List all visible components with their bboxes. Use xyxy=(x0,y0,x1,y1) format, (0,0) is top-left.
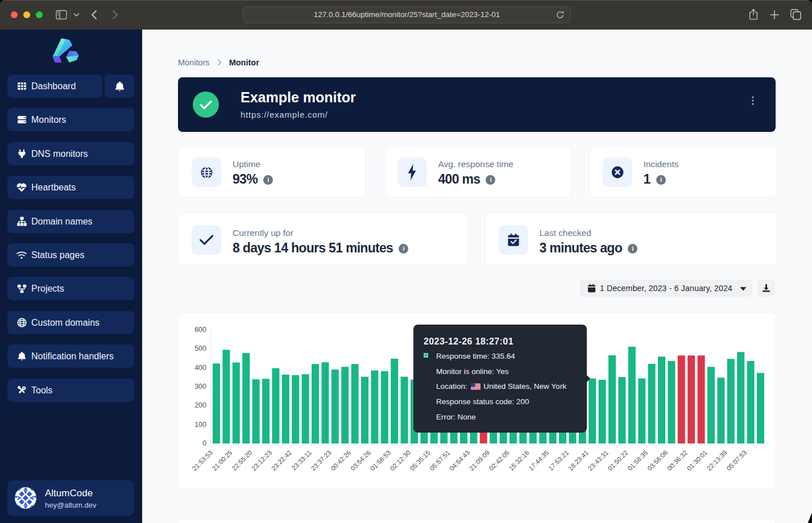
svg-text:200: 200 xyxy=(194,401,206,409)
svg-text:22:55:20: 22:55:20 xyxy=(230,449,253,472)
svg-text:05:07:53: 05:07:53 xyxy=(725,449,748,472)
svg-text:01:30:01: 01:30:01 xyxy=(686,449,709,472)
svg-text:100: 100 xyxy=(194,421,206,429)
svg-text:00:36:32: 00:36:32 xyxy=(666,449,689,472)
svg-text:23:37:23: 23:37:23 xyxy=(310,449,333,472)
svg-text:01:56:53: 01:56:53 xyxy=(369,449,392,472)
svg-text:05:57:51: 05:57:51 xyxy=(428,449,451,472)
svg-text:02:12:30: 02:12:30 xyxy=(389,449,412,472)
svg-text:21:53:53: 21:53:53 xyxy=(191,449,214,472)
svg-text:23:22:42: 23:22:42 xyxy=(270,449,293,472)
svg-text:05:35:15: 05:35:15 xyxy=(409,449,432,472)
svg-text:18:23:41: 18:23:41 xyxy=(567,449,590,472)
svg-text:23:12:23: 23:12:23 xyxy=(250,449,273,472)
svg-text:04:54:43: 04:54:43 xyxy=(448,449,471,472)
svg-text:600: 600 xyxy=(194,326,206,334)
svg-text:21:09:09: 21:09:09 xyxy=(468,449,491,472)
svg-text:01:58:35: 01:58:35 xyxy=(626,449,649,472)
svg-text:500: 500 xyxy=(194,344,206,352)
svg-text:400: 400 xyxy=(194,364,206,372)
svg-text:02:42:05: 02:42:05 xyxy=(488,449,511,472)
svg-text:03:58:08: 03:58:08 xyxy=(646,449,669,472)
svg-text:300: 300 xyxy=(194,383,206,391)
svg-text:17:44:35: 17:44:35 xyxy=(527,449,550,472)
svg-text:23:43:31: 23:43:31 xyxy=(587,449,610,472)
svg-text:22:13:39: 22:13:39 xyxy=(706,449,728,472)
svg-text:03:54:26: 03:54:26 xyxy=(349,449,372,472)
svg-text:15:32:16: 15:32:16 xyxy=(508,449,531,472)
svg-text:0: 0 xyxy=(202,439,206,447)
svg-text:23:33:11: 23:33:11 xyxy=(290,449,313,472)
svg-text:17:53:21: 17:53:21 xyxy=(547,449,570,472)
svg-text:01:50:22: 01:50:22 xyxy=(607,449,629,472)
svg-text:21:00:25: 21:00:25 xyxy=(211,449,234,472)
svg-text:00:42:26: 00:42:26 xyxy=(329,449,352,472)
